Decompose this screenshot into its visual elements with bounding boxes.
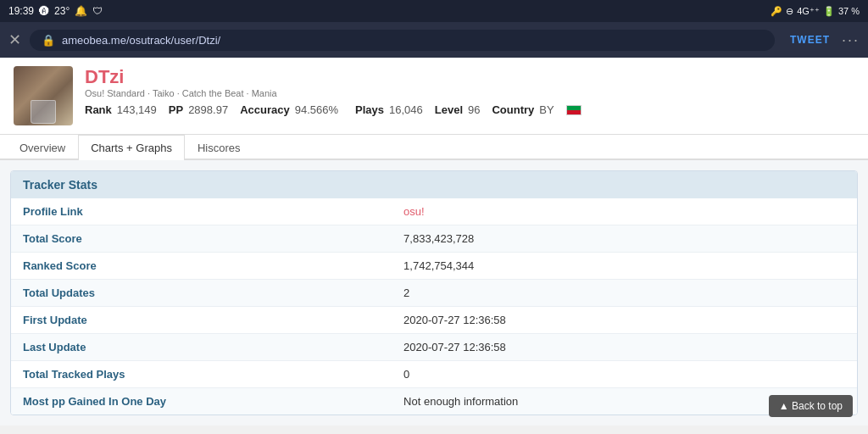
- avatar-decoration: [31, 100, 56, 124]
- country-code: BY: [539, 103, 554, 116]
- status-battery-value: 37 %: [838, 6, 860, 16]
- table-row: Last Update2020-07-27 12:36:58: [11, 334, 857, 361]
- tabs-bar: Overview Charts + Graphs Hiscores: [0, 135, 868, 160]
- plays-value: 16,046: [389, 103, 423, 116]
- stats-label: Profile Link: [11, 198, 392, 225]
- stats-label: Total Score: [11, 225, 392, 253]
- status-icon-a: 🅐: [39, 5, 49, 17]
- stats-value: 7,833,423,728: [392, 225, 857, 253]
- stats-value: 2020-07-27 12:36:58: [392, 307, 857, 334]
- tab-charts-graphs[interactable]: Charts + Graphs: [78, 135, 185, 160]
- more-options-button[interactable]: ···: [842, 31, 860, 49]
- tracker-stats-panel: Tracker Stats Profile Linkosu!Total Scor…: [10, 170, 858, 415]
- table-row: Ranked Score1,742,754,344: [11, 253, 857, 280]
- status-time: 19:39: [8, 5, 34, 17]
- avatar: [14, 66, 73, 125]
- content-area: Tracker Stats Profile Linkosu!Total Scor…: [0, 160, 868, 426]
- table-row: Total Tracked Plays0: [11, 361, 857, 388]
- country-flag: [566, 105, 581, 115]
- stats-value: 2020-07-27 12:36:58: [392, 334, 857, 361]
- country-label: Country: [492, 103, 534, 116]
- tweet-button[interactable]: TWEET: [790, 34, 830, 46]
- lock-icon: 🔒: [42, 34, 55, 47]
- browser-actions: TWEET ···: [790, 31, 860, 49]
- profile-modes: Osu! Standard · Taiko · Catch the Beat ·…: [85, 88, 854, 98]
- main-content: DTzi Osu! Standard · Taiko · Catch the B…: [0, 58, 868, 434]
- rank-label: Rank: [85, 103, 112, 116]
- stats-label: Ranked Score: [11, 253, 392, 280]
- table-row: Total Score7,833,423,728: [11, 225, 857, 253]
- plays-label: Plays: [355, 103, 384, 116]
- profile-info: DTzi Osu! Standard · Taiko · Catch the B…: [85, 66, 854, 116]
- tracker-stats-header: Tracker Stats: [11, 171, 857, 198]
- accuracy-value: 94.566%: [295, 103, 338, 116]
- status-shield: 🛡: [92, 5, 103, 17]
- browser-bar: ✕ 🔒 ameobea.me/osutrack/user/Dtzi/ TWEET…: [0, 22, 868, 58]
- pp-value: 2898.97: [188, 103, 228, 116]
- stats-table: Profile Linkosu!Total Score7,833,423,728…: [11, 198, 857, 415]
- status-battery-icon: 🔋: [823, 6, 835, 17]
- avatar-image: [14, 66, 73, 125]
- status-left: 19:39 🅐 23° 🔔 🛡: [8, 5, 103, 17]
- url-text: ameobea.me/osutrack/user/Dtzi/: [62, 34, 220, 47]
- table-row: First Update2020-07-27 12:36:58: [11, 307, 857, 334]
- stats-value: 0: [392, 361, 857, 388]
- stats-value: 1,742,754,344: [392, 253, 857, 280]
- stats-value: 2: [392, 280, 857, 307]
- table-row: Most pp Gained In One DayNot enough info…: [11, 388, 857, 415]
- status-key-icon: 🔑: [771, 6, 782, 17]
- profile-name: DTzi: [85, 66, 854, 88]
- profile-stats: Rank 143,149 PP 2898.97 Accuracy 94.566%…: [85, 103, 854, 116]
- pp-label: PP: [169, 103, 183, 116]
- status-circle-icon: ⊖: [786, 6, 793, 17]
- accuracy-label: Accuracy: [240, 103, 290, 116]
- tab-overview[interactable]: Overview: [7, 135, 78, 160]
- level-value: 96: [468, 103, 480, 116]
- stats-label: First Update: [11, 307, 392, 334]
- tab-hiscores[interactable]: Hiscores: [185, 135, 253, 160]
- stats-value[interactable]: osu!: [392, 198, 857, 225]
- stats-label: Most pp Gained In One Day: [11, 388, 392, 415]
- profile-header: DTzi Osu! Standard · Taiko · Catch the B…: [0, 58, 868, 135]
- table-row: Total Updates2: [11, 280, 857, 307]
- status-right: 🔑 ⊖ 4G⁺⁺ 🔋 37 %: [771, 6, 860, 17]
- close-button[interactable]: ✕: [8, 31, 21, 49]
- table-row: Profile Linkosu!: [11, 198, 857, 225]
- back-to-top-button[interactable]: ▲ Back to top: [769, 395, 853, 417]
- status-notif: 🔔: [75, 5, 87, 17]
- status-temp: 23°: [54, 5, 70, 17]
- stats-label: Total Tracked Plays: [11, 361, 392, 388]
- status-signal-icon: 4G⁺⁺: [797, 6, 820, 17]
- status-bar: 19:39 🅐 23° 🔔 🛡 🔑 ⊖ 4G⁺⁺ 🔋 37 %: [0, 0, 868, 22]
- stats-label: Last Update: [11, 334, 392, 361]
- level-label: Level: [435, 103, 463, 116]
- url-bar[interactable]: 🔒 ameobea.me/osutrack/user/Dtzi/: [30, 30, 775, 51]
- stats-label: Total Updates: [11, 280, 392, 307]
- rank-value: 143,149: [117, 103, 157, 116]
